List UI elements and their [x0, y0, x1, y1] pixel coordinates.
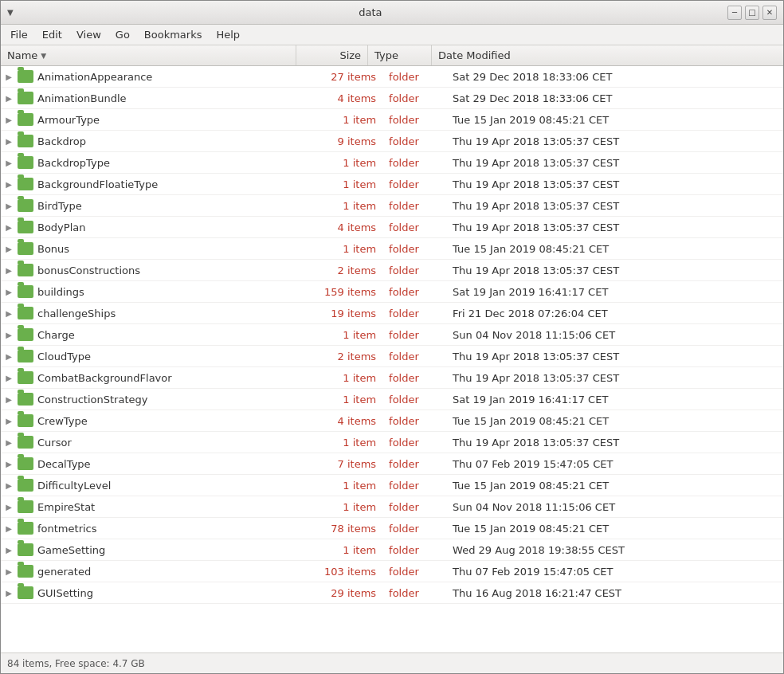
folder-icon	[17, 176, 34, 192]
folder-icon	[17, 477, 34, 493]
table-row[interactable]: ▶ Cursor 1 item folder Thu 19 Apr 2018 1…	[1, 432, 783, 453]
file-size: 1 item	[311, 480, 382, 492]
file-size: 19 items	[311, 308, 382, 319]
sort-arrow-icon: ▼	[41, 52, 46, 60]
file-size: 1 item	[311, 329, 382, 341]
table-row[interactable]: ▶ BodyPlan 4 items folder Thu 19 Apr 201…	[1, 217, 783, 238]
file-name: DecalType	[34, 458, 311, 470]
table-row[interactable]: ▶ generated 103 items folder Thu 07 Feb …	[1, 561, 783, 582]
file-type: folder	[382, 437, 446, 449]
file-name: CombatBackgroundFlavor	[34, 372, 311, 384]
file-name: bonusConstructions	[34, 265, 311, 276]
table-row[interactable]: ▶ Charge 1 item folder Sun 04 Nov 2018 1…	[1, 324, 783, 346]
row-expander: ▶	[1, 94, 17, 103]
file-list[interactable]: ▶ AnimationAppearance 27 items folder Sa…	[1, 66, 783, 652]
file-size: 1 item	[311, 544, 382, 556]
file-name: DifficultyLevel	[34, 480, 311, 492]
file-type: folder	[382, 587, 446, 599]
table-row[interactable]: ▶ DecalType 7 items folder Thu 07 Feb 20…	[1, 453, 783, 475]
file-size: 27 items	[311, 71, 382, 83]
row-expander: ▶	[1, 245, 17, 253]
title-bar-chevron-icon: ▼	[7, 8, 14, 17]
folder-icon	[17, 542, 34, 558]
folder-icon	[17, 563, 34, 579]
folder-icon	[17, 133, 34, 149]
minimize-button[interactable]: ─	[727, 6, 742, 20]
file-name: CloudType	[34, 351, 311, 362]
row-expander: ▶	[1, 288, 17, 296]
file-size: 1 item	[311, 200, 382, 212]
column-size-header[interactable]: Size	[296, 45, 368, 65]
menu-item-view[interactable]: View	[70, 27, 108, 42]
table-row[interactable]: ▶ AnimationAppearance 27 items folder Sa…	[1, 66, 783, 88]
file-name: ArmourType	[34, 114, 311, 126]
folder-icon	[17, 305, 34, 321]
table-row[interactable]: ▶ DifficultyLevel 1 item folder Tue 15 J…	[1, 475, 783, 496]
table-row[interactable]: ▶ buildings 159 items folder Sat 19 Jan …	[1, 281, 783, 303]
file-size: 9 items	[311, 135, 382, 147]
title-bar: ▼ data ─ □ ✕	[1, 1, 783, 25]
file-date: Thu 19 Apr 2018 13:05:37 CEST	[446, 135, 783, 147]
column-name-header[interactable]: Name ▼	[1, 45, 296, 65]
file-name: AnimationAppearance	[34, 71, 311, 83]
row-expander: ▶	[1, 137, 17, 146]
table-row[interactable]: ▶ BackgroundFloatieType 1 item folder Th…	[1, 174, 783, 195]
table-row[interactable]: ▶ GUISetting 29 items folder Thu 16 Aug …	[1, 582, 783, 604]
folder-icon	[17, 520, 34, 536]
menu-item-help[interactable]: Help	[210, 27, 246, 42]
file-date: Thu 07 Feb 2019 15:47:05 CET	[446, 458, 783, 470]
file-name: generated	[34, 566, 311, 578]
file-date: Tue 15 Jan 2019 08:45:21 CET	[446, 523, 783, 535]
file-size: 29 items	[311, 587, 382, 599]
maximize-button[interactable]: □	[745, 6, 759, 20]
file-date: Thu 19 Apr 2018 13:05:37 CEST	[446, 265, 783, 276]
table-row[interactable]: ▶ ConstructionStrategy 1 item folder Sat…	[1, 389, 783, 410]
menu-item-bookmarks[interactable]: Bookmarks	[138, 27, 209, 42]
table-row[interactable]: ▶ EmpireStat 1 item folder Sun 04 Nov 20…	[1, 496, 783, 518]
table-row[interactable]: ▶ BackdropType 1 item folder Thu 19 Apr …	[1, 152, 783, 174]
folder-icon	[17, 262, 34, 278]
file-type: folder	[382, 523, 446, 535]
folder-icon	[17, 585, 34, 601]
close-button[interactable]: ✕	[762, 6, 777, 20]
table-row[interactable]: ▶ BirdType 1 item folder Thu 19 Apr 2018…	[1, 195, 783, 217]
menu-bar: FileEditViewGoBookmarksHelp	[1, 25, 783, 45]
file-size: 2 items	[311, 351, 382, 362]
menu-item-go[interactable]: Go	[109, 27, 136, 42]
column-type-header[interactable]: Type	[368, 45, 432, 65]
menu-item-edit[interactable]: Edit	[36, 27, 69, 42]
folder-icon	[17, 413, 34, 429]
folder-icon	[17, 90, 34, 106]
table-row[interactable]: ▶ CloudType 2 items folder Thu 19 Apr 20…	[1, 346, 783, 367]
table-row[interactable]: ▶ Backdrop 9 items folder Thu 19 Apr 201…	[1, 131, 783, 152]
table-row[interactable]: ▶ CrewType 4 items folder Tue 15 Jan 201…	[1, 410, 783, 432]
column-date-header[interactable]: Date Modified	[432, 45, 783, 65]
folder-icon	[17, 112, 34, 127]
file-size: 78 items	[311, 523, 382, 535]
file-date: Sun 04 Nov 2018 11:15:06 CET	[446, 329, 783, 341]
table-row[interactable]: ▶ Bonus 1 item folder Tue 15 Jan 2019 08…	[1, 238, 783, 260]
file-name: BodyPlan	[34, 221, 311, 233]
column-size-label: Size	[339, 49, 361, 61]
row-expander: ▶	[1, 309, 17, 318]
file-name: EmpireStat	[34, 501, 311, 513]
file-date: Sat 29 Dec 2018 18:33:06 CET	[446, 92, 783, 104]
table-row[interactable]: ▶ fontmetrics 78 items folder Tue 15 Jan…	[1, 518, 783, 539]
file-name: GUISetting	[34, 587, 311, 599]
table-row[interactable]: ▶ CombatBackgroundFlavor 1 item folder T…	[1, 367, 783, 389]
row-expander: ▶	[1, 331, 17, 339]
table-row[interactable]: ▶ challengeShips 19 items folder Fri 21 …	[1, 303, 783, 324]
folder-icon	[17, 69, 34, 84]
menu-item-file[interactable]: File	[4, 27, 34, 42]
table-row[interactable]: ▶ ArmourType 1 item folder Tue 15 Jan 20…	[1, 109, 783, 131]
table-row[interactable]: ▶ AnimationBundle 4 items folder Sat 29 …	[1, 88, 783, 109]
file-date: Tue 15 Jan 2019 08:45:21 CET	[446, 480, 783, 492]
table-row[interactable]: ▶ bonusConstructions 2 items folder Thu …	[1, 260, 783, 281]
file-date: Wed 29 Aug 2018 19:38:55 CEST	[446, 544, 783, 556]
column-date-label: Date Modified	[438, 49, 511, 61]
row-expander: ▶	[1, 567, 17, 576]
window-title: data	[14, 6, 727, 18]
file-type: folder	[382, 92, 446, 104]
table-row[interactable]: ▶ GameSetting 1 item folder Wed 29 Aug 2…	[1, 539, 783, 561]
file-date: Thu 19 Apr 2018 13:05:37 CEST	[446, 200, 783, 212]
